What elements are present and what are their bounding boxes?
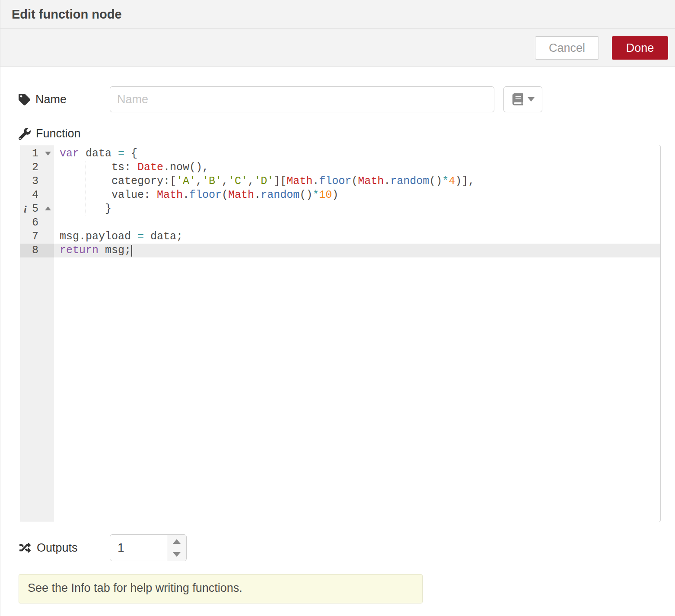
code-line: }: [54, 202, 660, 216]
spinner-down-button[interactable]: [167, 548, 186, 561]
outputs-row: Outputs 1: [19, 534, 675, 561]
gutter-line-number: 8: [20, 244, 54, 257]
code-editor[interactable]: 12345i678 var data = { ts: Date.now(), c…: [20, 145, 661, 522]
gutter-line-number: 4: [20, 188, 54, 202]
code-line: ts: Date.now(),: [54, 161, 660, 175]
dialog-toolbar: Cancel Done: [0, 29, 675, 67]
gutter-line-number: 2: [20, 161, 54, 175]
library-button[interactable]: [503, 86, 542, 112]
name-input[interactable]: [110, 86, 494, 112]
form-tip: See the Info tab for help writing functi…: [19, 574, 423, 603]
fold-end-icon[interactable]: [45, 206, 51, 210]
code-line: return msg;: [54, 244, 660, 257]
token-keyword: var: [60, 147, 79, 160]
spinner-buttons: [167, 535, 186, 561]
code-line: [54, 216, 660, 230]
gutter-line-number: 3: [20, 175, 54, 188]
name-label: Name: [19, 93, 110, 106]
wrench-icon: [19, 128, 31, 140]
token-keyword: return: [60, 244, 99, 257]
dialog-title: Edit function node: [0, 0, 675, 29]
name-label-text: Name: [35, 93, 67, 106]
book-icon: [512, 93, 524, 105]
spinner-up-button[interactable]: [167, 535, 186, 548]
code-line: var data = {: [54, 147, 660, 161]
outputs-value[interactable]: 1: [110, 535, 167, 561]
code-line: value: Math.floor(Math.random()*10): [54, 188, 660, 202]
dialog-body: Name Function 12345i678 var data = { ts:…: [0, 67, 675, 603]
shuffle-icon: [19, 542, 32, 553]
gutter-line-number: 1: [20, 147, 54, 161]
caret-up-icon: [173, 539, 181, 544]
editor-code-area[interactable]: var data = { ts: Date.now(), category:['…: [54, 145, 660, 522]
code-line: category:['A','B','C','D'][Math.floor(Ma…: [54, 175, 660, 188]
info-annotation-icon[interactable]: i: [24, 202, 27, 216]
outputs-label-text: Outputs: [37, 541, 78, 555]
tag-icon: [19, 94, 30, 105]
caret-down-icon: [173, 552, 181, 557]
function-label: Function: [19, 127, 675, 140]
outputs-spinner[interactable]: 1: [110, 534, 187, 561]
outputs-label: Outputs: [19, 541, 110, 555]
name-row: Name: [19, 86, 675, 112]
fold-open-icon[interactable]: [45, 152, 51, 156]
chevron-down-icon: [528, 97, 535, 102]
code-line: msg.payload = data;: [54, 230, 660, 244]
editor-gutter[interactable]: 12345i678: [20, 145, 54, 522]
gutter-line-number: 7: [20, 230, 54, 244]
gutter-line-number: 5i: [20, 202, 54, 216]
gutter-line-number: 6: [20, 216, 54, 230]
function-label-text: Function: [36, 127, 81, 140]
text-cursor: [131, 245, 132, 257]
done-button[interactable]: Done: [612, 36, 668, 60]
cancel-button[interactable]: Cancel: [535, 36, 599, 60]
